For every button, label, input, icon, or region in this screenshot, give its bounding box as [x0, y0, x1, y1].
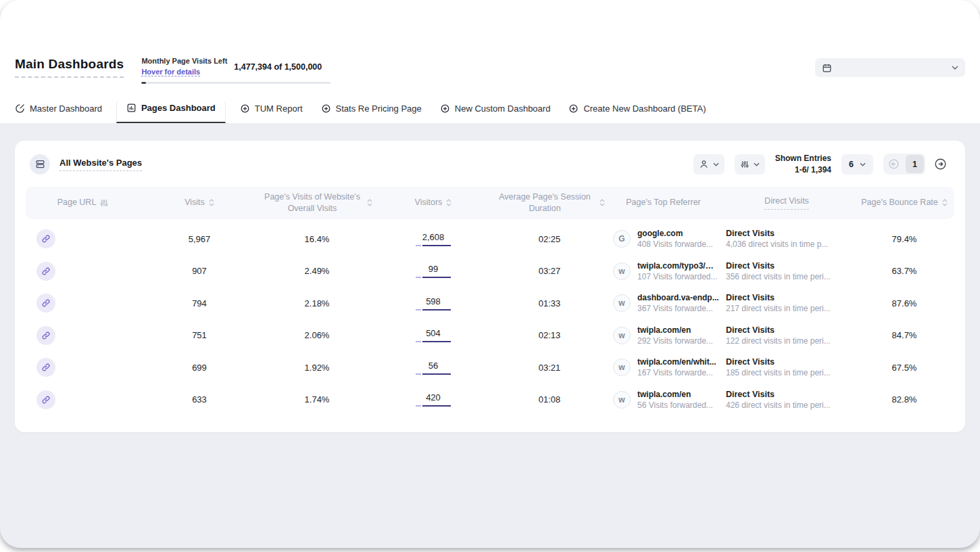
tab-new-custom-dashboard[interactable]: New Custom Dashboard	[436, 101, 555, 123]
cell-duration: 01:33	[491, 298, 608, 308]
tab-tum-report[interactable]: TUM Report	[236, 101, 307, 123]
sort-icon[interactable]	[367, 199, 372, 206]
filter-icon[interactable]	[100, 199, 108, 207]
col-page-url[interactable]: Page URL	[26, 193, 140, 212]
page-link-icon[interactable]	[36, 294, 55, 313]
col-bounce-rate[interactable]: Page's Bounce Rate	[854, 193, 954, 212]
cell-top-referrer[interactable]: G google.com408 Visits forwarde...	[608, 229, 719, 249]
database-icon	[30, 154, 50, 175]
page-link-icon[interactable]	[36, 326, 55, 345]
cell-share: 16.4%	[259, 234, 375, 244]
dashboard-tabs: Master Dashboard Pages Dashboard TUM Rep…	[11, 101, 965, 123]
cell-visitors: 99	[416, 264, 451, 278]
quota-label: Monthly Page Visits Left	[141, 57, 227, 65]
table-row[interactable]: 751 2.06% 504 02:13 w twipla.com/en292 V…	[26, 319, 954, 352]
quota-progress-bar	[141, 82, 330, 84]
cell-visitors: 2,608	[416, 232, 451, 246]
tab-label: Stats Re Pricing Page	[336, 104, 422, 114]
page-link-icon[interactable]	[36, 229, 55, 248]
sort-icon[interactable]	[599, 199, 605, 206]
cell-direct-visits: Direct Visits 122 direct visits in time …	[719, 325, 854, 346]
cell-top-referrer[interactable]: w twipla.com/typo3/m...107 Visits forwar…	[608, 261, 719, 281]
page-size-dropdown[interactable]: 6	[841, 154, 873, 175]
prev-page-button[interactable]	[885, 155, 903, 173]
cell-top-referrer[interactable]: w twipla.com/en56 Visits forwarded...	[608, 390, 719, 410]
cell-top-referrer[interactable]: w dashboard.va-endp...367 Visits forward…	[608, 293, 719, 313]
quota-value: 1,477,394 of 1,500,000	[234, 62, 322, 72]
tab-master-dashboard[interactable]: Master Dashboard	[11, 101, 106, 123]
cell-duration: 02:25	[491, 234, 608, 244]
tab-label: Pages Dashboard	[141, 103, 216, 113]
col-visits[interactable]: Visits	[140, 193, 259, 212]
page-link-icon[interactable]	[36, 358, 55, 377]
visitors-bar	[416, 341, 451, 342]
columns-filter-dropdown[interactable]	[735, 154, 765, 175]
direct-visits-title: Direct Visits	[726, 261, 854, 271]
table-row[interactable]: 907 2.49% 99 03:27 w twipla.com/typo3/m.…	[26, 255, 954, 288]
cell-top-referrer[interactable]: w twipla.com/en/whit...167 Visits forwar…	[608, 357, 719, 377]
plus-circle-icon	[240, 104, 250, 114]
referrer-detail: 167 Visits forwarde...	[637, 368, 716, 377]
bar-chart-icon	[126, 103, 137, 113]
cell-bounce-rate: 82.8%	[854, 394, 954, 405]
cell-bounce-rate: 79.4%	[854, 234, 954, 244]
date-range-picker[interactable]	[815, 58, 965, 77]
cell-bounce-rate: 84.7%	[854, 330, 954, 340]
col-top-referrer: Page's Top Referrer	[608, 193, 719, 212]
quota-hover-link[interactable]: Hover for details	[141, 68, 200, 76]
referrer-favicon: w	[613, 262, 631, 280]
referrer-detail: 367 Visits forwarde...	[637, 304, 719, 313]
cell-share: 1.92%	[259, 363, 375, 373]
table-row[interactable]: 633 1.74% 420 01:08 w twipla.com/en56 Vi…	[26, 384, 954, 416]
cell-direct-visits: Direct Visits 356 direct visits in time …	[719, 261, 854, 281]
chevron-down-icon	[952, 66, 958, 70]
cell-visits: 633	[140, 394, 259, 405]
direct-visits-detail: 185 direct visits in time peri...	[726, 368, 854, 377]
tab-create-new-dashboard[interactable]: Create New Dashboard (BETA)	[564, 101, 710, 123]
referrer-name[interactable]: twipla.com/en/whit...	[637, 357, 716, 367]
col-share-of-overall-visits[interactable]: Page's Visits of Website's Overall Visit…	[259, 187, 375, 218]
visitor-segment-dropdown[interactable]	[693, 154, 725, 175]
app-window: Main Dashboards Monthly Page Visits Left…	[0, 0, 980, 548]
table-row[interactable]: 794 2.18% 598 01:33 w dashboard.va-endp.…	[26, 288, 954, 320]
sort-icon[interactable]	[209, 199, 214, 206]
col-avg-session-duration[interactable]: Average Page's Session Duration	[491, 187, 608, 218]
sort-icon[interactable]	[942, 199, 948, 206]
next-page-button[interactable]	[930, 154, 950, 175]
sort-icon[interactable]	[446, 199, 451, 206]
cell-visitors: 598	[416, 296, 451, 310]
chevron-down-icon	[713, 162, 719, 166]
referrer-name[interactable]: twipla.com/typo3/m...	[637, 261, 719, 271]
referrer-name[interactable]: dashboard.va-endp...	[637, 293, 719, 302]
cell-share: 1.74%	[259, 394, 375, 405]
cell-share: 2.18%	[259, 298, 375, 308]
col-direct-visits[interactable]: Direct Visits	[719, 191, 854, 213]
tab-pages-dashboard[interactable]: Pages Dashboard	[116, 101, 226, 123]
plus-circle-icon	[568, 104, 579, 114]
referrer-name[interactable]: twipla.com/en	[637, 325, 713, 335]
chevron-down-icon	[754, 162, 760, 166]
referrer-name[interactable]: google.com	[637, 229, 713, 238]
cell-bounce-rate: 63.7%	[854, 266, 954, 276]
referrer-detail: 56 Visits forwarded...	[637, 400, 713, 410]
plus-circle-icon	[321, 104, 331, 114]
table-row[interactable]: 5,967 16.4% 2,608 02:25 G google.com408 …	[26, 223, 954, 256]
chevron-down-icon	[860, 162, 866, 166]
table-row[interactable]: 699 1.92% 56 03:21 w twipla.com/en/whit.…	[26, 352, 954, 384]
cell-top-referrer[interactable]: w twipla.com/en292 Visits forwarde...	[608, 325, 719, 346]
page-number-button[interactable]: 1	[906, 155, 924, 173]
page-link-icon[interactable]	[36, 390, 55, 409]
tab-label: New Custom Dashboard	[455, 104, 551, 114]
tab-stats-re-pricing-page[interactable]: Stats Re Pricing Page	[317, 101, 426, 123]
top-header: Main Dashboards Monthly Page Visits Left…	[0, 0, 980, 123]
calendar-icon	[822, 63, 832, 73]
page-link-icon[interactable]	[36, 262, 55, 281]
cell-direct-visits: Direct Visits 426 direct visits in time …	[719, 390, 854, 410]
content-area: All Website's Pages	[0, 123, 980, 548]
plus-circle-icon	[440, 104, 450, 114]
col-visitors[interactable]: Visitors	[375, 193, 491, 212]
referrer-name[interactable]: twipla.com/en	[637, 390, 713, 399]
referrer-favicon: w	[613, 294, 631, 312]
cell-direct-visits: Direct Visits 4,036 direct visits in tim…	[719, 229, 854, 249]
cell-visitors: 420	[416, 392, 451, 407]
